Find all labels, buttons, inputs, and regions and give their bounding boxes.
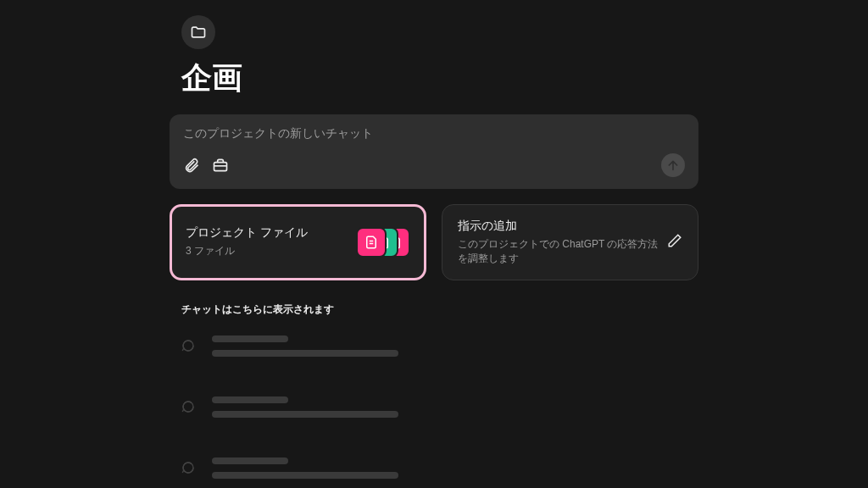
chat-placeholder: このプロジェクトの新しいチャット [183,126,685,141]
chat-bubble-icon [180,459,197,476]
skeleton-chat-3 [180,458,698,486]
skeleton-line [212,396,288,403]
svg-point-3 [183,341,193,351]
skeleton-line [212,458,288,464]
skeleton-line [212,411,398,418]
attach-button[interactable] [183,157,200,174]
folder-icon [190,24,207,41]
skeleton-line [212,350,398,357]
svg-point-5 [183,463,193,473]
skeleton-line [212,336,288,342]
chat-input[interactable]: このプロジェクトの新しいチャット [170,114,698,189]
page-title: 企画 [181,58,698,99]
file-stack [356,227,410,258]
skeleton-chat-1 [180,336,698,364]
pencil-icon [667,233,682,248]
folder-badge [181,15,215,49]
toolbox-button[interactable] [212,157,229,174]
instructions-card[interactable]: 指示の追加 このプロジェクトでの ChatGPT の応答方法を調整します [442,204,698,280]
instructions-card-subtitle: このプロジェクトでの ChatGPT の応答方法を調整します [458,237,667,266]
skeleton-chat-2 [180,396,698,425]
toolbox-icon [212,157,229,174]
paperclip-icon [183,157,200,174]
send-button[interactable] [661,153,685,177]
chat-actions [183,153,685,177]
instructions-card-title: 指示の追加 [458,219,667,234]
file-chip-1 [356,227,387,258]
svg-point-4 [183,402,193,412]
chats-helper-text: チャットはこちらに表示されます [181,302,698,317]
arrow-up-icon [666,158,680,172]
chat-bubble-icon [180,398,197,415]
document-icon [364,235,379,250]
svg-rect-0 [214,163,227,171]
project-files-card[interactable]: プロジェクト ファイル 3 ファイル [170,204,426,280]
skeleton-line [212,472,398,479]
files-card-title: プロジェクト ファイル [186,225,308,241]
chat-bubble-icon [180,337,197,354]
edit-button[interactable] [667,233,682,252]
files-card-subtitle: 3 ファイル [186,244,308,258]
